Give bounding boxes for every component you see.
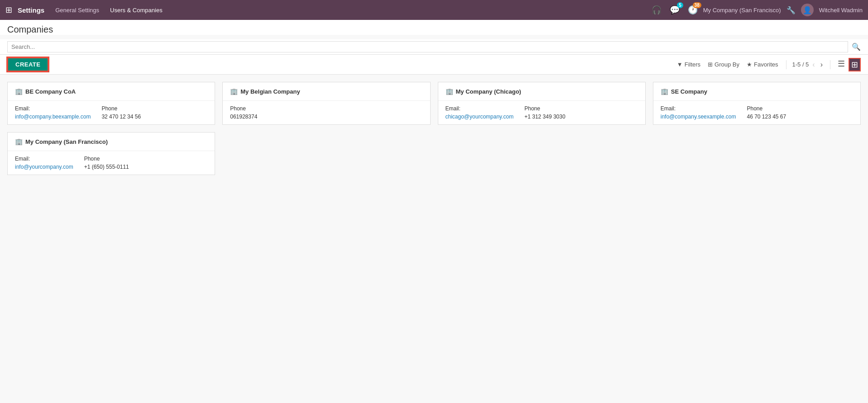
email-field-4: Email: info@yourcompany.com bbox=[15, 156, 73, 170]
card-title-3: 🏢 SE Company bbox=[653, 82, 860, 101]
building-icon-1: 🏢 bbox=[230, 88, 238, 95]
building-icon-4: 🏢 bbox=[15, 138, 23, 145]
app-title[interactable]: Settings bbox=[18, 6, 44, 14]
messages-icon-btn[interactable]: 💬 5 bbox=[670, 5, 680, 15]
filter-icon: ▼ bbox=[677, 61, 683, 68]
company-card-2[interactable]: 🏢 My Company (Chicago) Email: chicago@yo… bbox=[438, 82, 646, 125]
toolbar: CREATE ▼ Filters ⊞ Group By ★ Favorites … bbox=[0, 55, 868, 75]
company-card-1[interactable]: 🏢 My Belgian Company Phone 061928374 bbox=[222, 82, 430, 125]
filters-button[interactable]: ▼ Filters bbox=[674, 59, 703, 70]
kanban-grid: 🏢 BE Company CoA Email: info@company.bee… bbox=[0, 75, 868, 182]
updates-badge: 38 bbox=[693, 2, 701, 8]
updates-icon-btn[interactable]: 🕐 38 bbox=[688, 5, 698, 15]
phone-field-1: Phone 061928374 bbox=[230, 105, 257, 120]
layers-icon: ⊞ bbox=[708, 61, 713, 68]
favorites-button[interactable]: ★ Favorites bbox=[744, 59, 781, 70]
card-body-4: Email: info@yourcompany.com Phone +1 (65… bbox=[8, 151, 215, 175]
search-container bbox=[7, 41, 848, 52]
email-field-0: Email: info@company.beexample.com bbox=[15, 105, 91, 120]
prev-page-button[interactable]: ‹ bbox=[810, 60, 816, 70]
phone-field-4: Phone +1 (650) 555-0111 bbox=[84, 156, 129, 170]
list-view-button[interactable]: ☰ bbox=[836, 58, 847, 71]
card-title-2: 🏢 My Company (Chicago) bbox=[438, 82, 645, 101]
company-card-4[interactable]: 🏢 My Company (San Francisco) Email: info… bbox=[7, 132, 215, 175]
user-name: Witchell Wadmin bbox=[819, 7, 863, 14]
email-field-3: Email: info@company.seexample.com bbox=[661, 105, 736, 120]
search-icon[interactable]: 🔍 bbox=[852, 43, 861, 51]
phone-field-0: Phone 32 470 12 34 56 bbox=[101, 105, 141, 120]
group-by-button[interactable]: ⊞ Group By bbox=[705, 59, 742, 70]
create-button[interactable]: CREATE bbox=[7, 57, 48, 71]
card-body-3: Email: info@company.seexample.com Phone … bbox=[653, 101, 860, 124]
card-body-2: Email: chicago@yourcompany.com Phone +1 … bbox=[438, 101, 645, 124]
messages-badge: 5 bbox=[677, 2, 683, 8]
view-toggle: ☰ ⊞ bbox=[836, 58, 861, 71]
apps-grid-icon[interactable]: ⊞ bbox=[5, 5, 12, 15]
toolbar-separator bbox=[786, 60, 786, 69]
card-title-4: 🏢 My Company (San Francisco) bbox=[8, 133, 215, 151]
top-nav-right: 🎧 💬 5 🕐 38 My Company (San Francisco) 🔧 … bbox=[652, 4, 863, 16]
building-icon-2: 🏢 bbox=[446, 88, 453, 95]
page-header-row: Companies bbox=[0, 20, 868, 35]
pagination-text: 1-5 / 5 bbox=[792, 61, 809, 68]
avatar[interactable]: 👤 bbox=[801, 4, 814, 16]
search-input[interactable] bbox=[11, 43, 844, 50]
company-card-0[interactable]: 🏢 BE Company CoA Email: info@company.bee… bbox=[7, 82, 215, 125]
next-page-button[interactable]: › bbox=[819, 60, 825, 70]
card-body-0: Email: info@company.beexample.com Phone … bbox=[8, 101, 215, 124]
card-title-1: 🏢 My Belgian Company bbox=[223, 82, 430, 101]
card-body-1: Phone 061928374 bbox=[223, 101, 430, 124]
card-title-0: 🏢 BE Company CoA bbox=[8, 82, 215, 101]
star-icon: ★ bbox=[747, 61, 752, 68]
search-row: 🔍 bbox=[0, 39, 868, 55]
company-name: My Company (San Francisco) bbox=[703, 7, 781, 14]
email-field-2: Email: chicago@yourcompany.com bbox=[446, 105, 514, 120]
building-icon: 🏢 bbox=[15, 88, 23, 95]
company-card-3[interactable]: 🏢 SE Company Email: info@company.seexamp… bbox=[653, 82, 861, 125]
pagination: 1-5 / 5 ‹ › bbox=[792, 60, 825, 70]
support-icon-btn[interactable]: 🎧 bbox=[652, 5, 662, 15]
building-icon-3: 🏢 bbox=[661, 88, 668, 95]
toolbar-separator-2 bbox=[830, 60, 830, 69]
nav-general-settings[interactable]: General Settings bbox=[52, 5, 103, 15]
nav-users-companies[interactable]: Users & Companies bbox=[106, 5, 166, 15]
filter-controls: ▼ Filters ⊞ Group By ★ Favorites bbox=[674, 59, 781, 70]
wrench-icon[interactable]: 🔧 bbox=[786, 6, 796, 14]
top-navigation: ⊞ Settings General Settings Users & Comp… bbox=[0, 0, 868, 20]
headset-icon: 🎧 bbox=[652, 5, 662, 14]
content-area: Companies 🔍 CREATE ▼ Filters ⊞ Group By … bbox=[0, 20, 868, 403]
kanban-view-button[interactable]: ⊞ bbox=[849, 58, 861, 71]
page-title: Companies bbox=[7, 24, 861, 35]
phone-field-2: Phone +1 312 349 3030 bbox=[524, 105, 565, 120]
phone-field-3: Phone 46 70 123 45 67 bbox=[747, 105, 786, 120]
